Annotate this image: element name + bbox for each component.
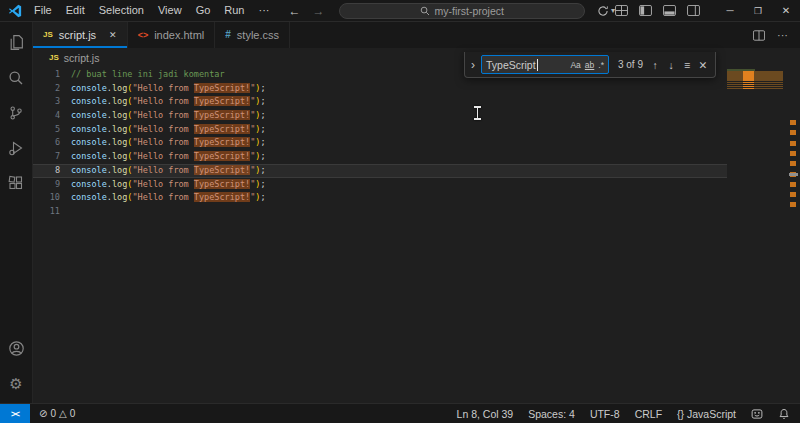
code-line[interactable]: 7console.log("Hello from TypeScript!"); [33,150,727,164]
explorer-icon[interactable] [0,25,33,60]
toggle-secondary-sidebar-icon[interactable] [687,5,700,16]
find-match-highlight: TypeScript! [194,110,250,120]
menu-item-run[interactable]: Run [217,0,251,21]
tab-style-css[interactable]: #style.css [215,22,290,48]
go-forward-icon[interactable]: → [313,4,325,18]
toggle-replace-chevron-icon[interactable]: › [469,58,477,72]
toggle-primary-sidebar-icon[interactable] [639,5,652,16]
remote-indicator-icon: >< [11,409,19,419]
line-number: 4 [33,109,60,123]
sync-icon [597,5,609,17]
tab-label: index.html [154,29,204,41]
code-text: console.log("Hello from TypeScript!"); [71,109,266,123]
menu-item-go[interactable]: Go [189,0,218,21]
line-number: 1 [33,68,60,82]
find-in-selection-icon[interactable]: ≡ [679,59,695,71]
sync-dropdown-button[interactable]: ▾ [597,5,615,17]
remote-indicator[interactable]: >< [0,404,30,423]
error-count: 0 [50,408,56,419]
css-file-icon: # [225,30,231,40]
breadcrumb-item-file[interactable]: script.js [64,52,100,64]
extensions-icon[interactable] [0,165,33,200]
find-widget: › TypeScript Aa ab .* 3 of 9 ↑↓≡✕ [464,52,716,78]
find-match-highlight: TypeScript! [194,192,250,202]
notifications-bell-icon[interactable] [778,408,790,420]
command-center-search[interactable]: my-first-project [339,3,585,19]
code-text: console.log("Hello from TypeScript!"); [71,178,266,192]
toggle-panel-icon[interactable] [663,5,676,16]
search-match-marker [790,161,796,166]
find-input[interactable]: TypeScript Aa ab .* [481,55,609,74]
close-icon[interactable]: ✕ [695,59,711,71]
code-line[interactable]: 5console.log("Hello from TypeScript!"); [33,123,727,137]
code-text: console.log("Hello from TypeScript!"); [71,123,266,137]
minimize-icon[interactable]: ─ [716,0,744,22]
find-match-highlight: TypeScript! [194,137,250,147]
close-tab-icon[interactable]: ✕ [109,30,117,40]
menu-item-edit[interactable]: Edit [59,0,92,21]
line-number: 2 [33,82,60,96]
more-actions-icon[interactable]: ··· [777,29,788,41]
split-editor-icon[interactable] [753,30,765,41]
layout-controls [615,5,700,16]
find-match-highlight: TypeScript! [194,96,250,106]
cursor-position[interactable]: Ln 8, Col 39 [457,408,514,420]
feedback-icon[interactable] [751,408,763,420]
eol-sequence[interactable]: CRLF [635,408,662,420]
code-line[interactable]: 9console.log("Hello from TypeScript!"); [33,178,727,192]
code-text: console.log("Hello from TypeScript!"); [71,150,266,164]
find-match-highlight: TypeScript! [194,179,250,189]
tab-script-js[interactable]: JSscript.js✕ [33,22,128,48]
activity-bar: ⚙ [0,22,33,403]
whole-word-icon[interactable]: ab [585,60,594,70]
search-match-marker [790,192,796,197]
code-text: console.log("Hello from TypeScript!"); [71,165,266,177]
menu-item-selection[interactable]: Selection [92,0,151,21]
error-icon: ⊘ [39,408,47,419]
vscode-window: { "titlebar": { "menus": ["File", "Edit"… [0,0,800,423]
search-match-marker [790,120,796,125]
code-line[interactable]: 3console.log("Hello from TypeScript!"); [33,95,727,109]
code-line[interactable]: 6console.log("Hello from TypeScript!"); [33,136,727,150]
menu-item-view[interactable]: View [151,0,189,21]
problems-status[interactable]: ⊘0 △0 [30,408,84,419]
go-back-icon[interactable]: ← [289,4,301,18]
customize-layout-icon[interactable] [615,5,628,16]
encoding[interactable]: UTF-8 [590,408,620,420]
settings-gear-icon[interactable]: ⚙ [0,366,33,401]
code-line[interactable]: 10console.log("Hello from TypeScript!"); [33,191,727,205]
line-number: 8 [33,165,60,177]
window-controls: ─ ❐ ✕ [716,0,800,22]
html-file-icon: <> [138,31,149,40]
find-match-highlight: TypeScript! [194,124,250,134]
previous-match-icon[interactable]: ↑ [647,59,663,71]
close-window-icon[interactable]: ✕ [772,0,800,22]
search-icon[interactable] [0,60,33,95]
overview-ruler[interactable] [787,66,800,403]
text-caret [537,59,538,71]
source-control-icon[interactable] [0,95,33,130]
search-match-marker [790,141,796,146]
tab-index-html[interactable]: <>index.html [128,22,216,48]
restore-icon[interactable]: ❐ [744,0,772,22]
minimap[interactable] [727,69,787,92]
find-match-highlight: TypeScript! [194,83,250,93]
indentation[interactable]: Spaces: 4 [528,408,575,420]
code-line[interactable]: 8console.log("Hello from TypeScript!"); [33,164,727,178]
regex-icon[interactable]: .* [598,60,604,70]
code-line[interactable]: 4console.log("Hello from TypeScript!"); [33,109,727,123]
match-case-icon[interactable]: Aa [570,60,580,70]
next-match-icon[interactable]: ↓ [663,59,679,71]
search-match-marker [790,182,796,187]
code-line[interactable]: 11 [33,205,727,219]
menu-item-file[interactable]: File [27,0,59,21]
account-icon[interactable] [0,331,33,366]
run-debug-icon[interactable] [0,130,33,165]
code-line[interactable]: 2console.log("Hello from TypeScript!"); [33,82,727,96]
language-mode[interactable]: {} JavaScript [677,408,736,420]
tab-label: style.css [237,29,279,41]
menu-item-more[interactable]: ··· [252,0,277,21]
search-match-marker [790,130,796,135]
code-editor[interactable]: 1// buat line ini jadi komentar2console.… [33,66,800,403]
find-query-text: TypeScript [486,59,536,71]
